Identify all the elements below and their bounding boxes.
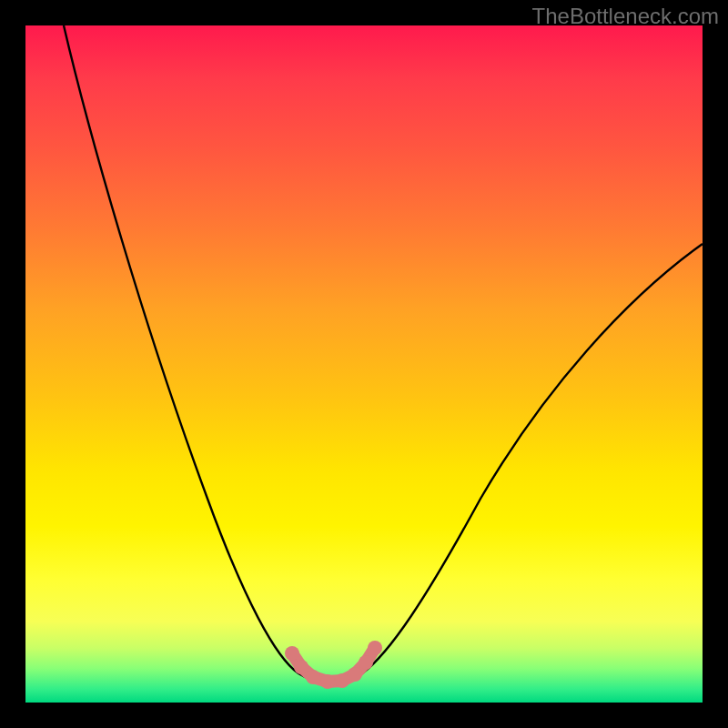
svg-point-6	[359, 655, 373, 670]
svg-point-0	[285, 646, 299, 661]
chart-svg	[25, 25, 703, 703]
svg-point-3	[320, 674, 335, 689]
svg-point-4	[335, 673, 349, 688]
bottleneck-curve	[64, 25, 703, 682]
svg-point-7	[368, 641, 382, 655]
svg-point-2	[306, 670, 320, 684]
chart-frame: TheBottleneck.com	[0, 0, 728, 728]
svg-point-5	[348, 667, 362, 682]
chart-plot-area	[25, 25, 703, 703]
svg-point-1	[294, 660, 308, 674]
watermark-text: TheBottleneck.com	[532, 4, 719, 29]
